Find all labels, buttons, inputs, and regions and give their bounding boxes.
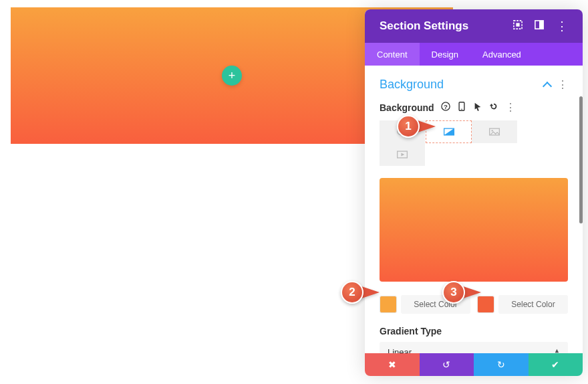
redo-icon: ↻ <box>497 359 505 370</box>
reset-icon[interactable] <box>489 102 498 114</box>
cancel-button[interactable]: ✖ <box>365 353 420 376</box>
gradient-preview <box>380 178 568 282</box>
tab-advanced[interactable]: Advanced <box>470 43 533 66</box>
phone-icon[interactable] <box>457 102 466 114</box>
svg-text:?: ? <box>444 102 448 110</box>
bg-tab-image[interactable] <box>472 120 518 143</box>
gradient-type-select[interactable]: Linear ▲▼ <box>380 342 568 353</box>
callout-1: 1 <box>397 115 436 138</box>
callout-badge-3: 3 <box>442 281 465 304</box>
svg-point-7 <box>461 108 462 110</box>
gradient-type-label: Gradient Type <box>380 326 568 337</box>
snap-icon[interactable] <box>535 20 544 32</box>
expand-icon[interactable] <box>513 20 523 32</box>
panel-header: Section Settings ⋮ <box>365 9 583 43</box>
svg-rect-3 <box>539 21 543 29</box>
help-icon[interactable]: ? <box>441 102 450 114</box>
menu-icon[interactable]: ⋮ <box>556 20 568 32</box>
undo-button[interactable]: ↺ <box>420 353 474 376</box>
hover-icon[interactable] <box>473 102 482 114</box>
gradient-type-value: Linear <box>388 347 412 353</box>
panel-footer: ✖ ↺ ↻ ✔ <box>365 353 583 376</box>
callout-badge-1: 1 <box>397 115 420 138</box>
panel-title: Section Settings <box>380 19 468 33</box>
plus-icon: + <box>229 69 236 83</box>
svg-rect-1 <box>516 23 519 26</box>
select-arrows-icon: ▲▼ <box>554 349 560 354</box>
panel-body: Background ⋮ Background ? ⋮ <box>365 66 583 353</box>
tab-design[interactable]: Design <box>420 43 470 66</box>
field-menu-icon[interactable]: ⋮ <box>505 101 516 114</box>
chevron-up-icon[interactable] <box>543 81 552 90</box>
redo-button[interactable]: ↻ <box>474 353 529 376</box>
bg-tab-video[interactable] <box>380 143 426 166</box>
tabs: Content Design Advanced <box>365 43 583 66</box>
group-menu-icon[interactable]: ⋮ <box>557 78 568 91</box>
field-label: Background <box>380 102 434 113</box>
color-stop-2: Select Color <box>477 295 568 314</box>
add-module-button[interactable]: + <box>222 66 242 86</box>
undo-icon: ↺ <box>442 359 450 370</box>
tab-content[interactable]: Content <box>365 43 420 66</box>
select-color-2-button[interactable]: Select Color <box>498 295 568 314</box>
callout-2: 2 <box>341 281 380 304</box>
svg-marker-11 <box>444 128 454 135</box>
save-button[interactable]: ✔ <box>529 353 583 376</box>
svg-marker-8 <box>474 102 480 110</box>
settings-panel: Section Settings ⋮ Content Design Advanc… <box>365 9 583 376</box>
check-icon: ✔ <box>551 359 559 370</box>
callout-3: 3 <box>442 281 481 304</box>
close-icon: ✖ <box>388 359 396 370</box>
callout-badge-2: 2 <box>341 281 363 304</box>
color-swatch-1[interactable] <box>380 296 397 313</box>
svg-marker-15 <box>401 153 404 157</box>
group-title[interactable]: Background <box>380 78 444 92</box>
svg-point-13 <box>492 130 493 131</box>
scrollbar[interactable] <box>579 96 583 223</box>
